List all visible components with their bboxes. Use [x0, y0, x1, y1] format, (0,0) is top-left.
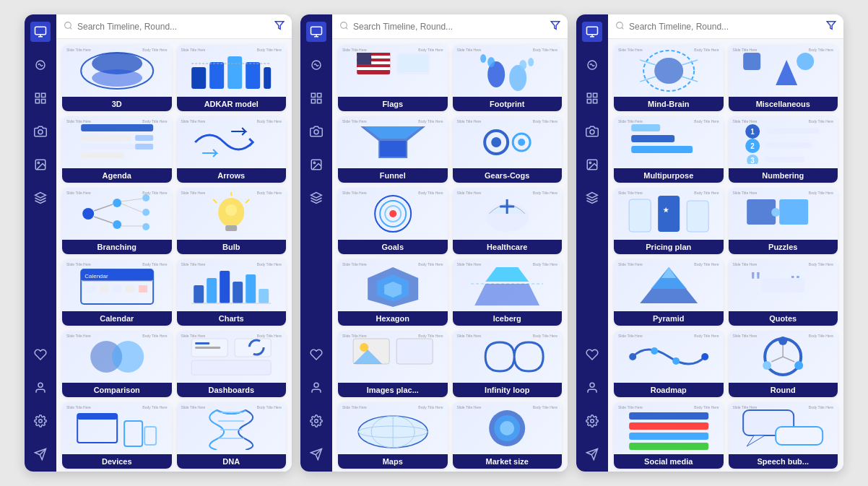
card-maps[interactable]: Slide Title HereBody Title HereMaps	[338, 402, 448, 469]
card-roadmap[interactable]: Slide Title HereBody Title HereRoadmap	[614, 331, 724, 397]
card-branching[interactable]: Slide Title HereBody Title HereBranching	[62, 188, 172, 254]
svg-rect-149	[396, 339, 433, 364]
sidebar-icon-camera[interactable]	[582, 121, 602, 142]
sidebar-icon-monitor[interactable]	[30, 22, 51, 42]
card-img-arrows: Slide Title HereBody Title Here	[177, 116, 287, 168]
card-charts[interactable]: Slide Title HereBody Title HereCharts	[177, 259, 287, 326]
slide-title-hint2: Body Title Here	[533, 405, 557, 409]
svg-rect-185	[743, 53, 760, 70]
card-speech[interactable]: Slide Title HereBody Title HereSpeech bu…	[729, 402, 838, 469]
sidebar-icon-send[interactable]	[306, 444, 326, 464]
card-adkar[interactable]: Slide Title HereBody Title HereADKAR mod…	[177, 45, 287, 111]
slide-title-hint: Slide Title Here	[342, 191, 367, 195]
sidebar-icon-layers[interactable]	[30, 188, 51, 208]
sidebar-icon-image[interactable]	[582, 155, 602, 175]
card-footprint[interactable]: Slide Title HereBody Title HereFootprint	[453, 45, 563, 111]
card-arrows[interactable]: Slide Title HereBody Title HereArrows	[177, 116, 287, 183]
sidebar-icon-camera[interactable]	[30, 121, 51, 142]
card-pricing[interactable]: ★Slide Title HereBody Title HerePricing …	[614, 188, 724, 254]
svg-rect-24	[227, 56, 242, 89]
sidebar-icon-image[interactable]	[306, 155, 326, 175]
filter-icon[interactable]	[550, 20, 560, 32]
card-round[interactable]: Slide Title HereBody Title HereRound	[729, 331, 838, 397]
card-label-pyramid: Pyramid	[614, 311, 724, 326]
card-3d[interactable]: Slide Title HereBody Title Here3D	[62, 45, 172, 111]
sidebar-icon-user[interactable]	[306, 378, 326, 398]
card-comparison[interactable]: Slide Title HereBody Title HereCompariso…	[62, 331, 172, 397]
svg-rect-165	[594, 93, 597, 97]
card-label-maps: Maps	[338, 454, 448, 469]
sidebar-icon-user[interactable]	[30, 378, 51, 398]
card-hexagon[interactable]: Slide Title HereBody Title HereHexagon	[338, 259, 448, 326]
card-dna[interactable]: Slide Title HereBody Title HereDNA	[177, 402, 287, 469]
card-flags[interactable]: Slide Title HereBody Title HereFlags	[338, 45, 448, 111]
sidebar-icon-settings[interactable]	[582, 411, 602, 431]
card-gears[interactable]: Slide Title HereBody Title HereGears-Cog…	[453, 116, 563, 183]
card-numbering[interactable]: 123Slide Title HereBody Title HereNumber…	[729, 116, 838, 183]
card-iceberg[interactable]: Slide Title HereBody Title HereIceberg	[453, 259, 563, 326]
card-pyramid[interactable]: Slide Title HereBody Title HerePyramid	[614, 259, 724, 326]
card-img-devices: Slide Title HereBody Title Here	[62, 402, 172, 454]
svg-rect-93	[311, 27, 322, 35]
sidebar-icon-grid[interactable]	[30, 88, 51, 108]
card-infinity[interactable]: Slide Title HereBody Title HereInfinity …	[453, 331, 563, 397]
card-multipurpose[interactable]: Slide Title HereBody Title HereMultipurp…	[614, 116, 724, 183]
sidebar-icon-send[interactable]	[30, 444, 51, 464]
svg-rect-198	[765, 142, 812, 148]
card-images[interactable]: Slide Title HereBody Title HereImages pl…	[338, 331, 448, 397]
card-healthcare[interactable]: Slide Title HereBody Title HereHealthcar…	[453, 188, 563, 254]
card-label-agenda: Agenda	[62, 168, 172, 183]
filter-icon[interactable]	[826, 20, 836, 32]
sidebar-icon-brain[interactable]	[582, 55, 602, 75]
svg-rect-226	[629, 433, 708, 440]
sidebar-icon-settings[interactable]	[30, 411, 51, 431]
filter-icon[interactable]	[274, 20, 285, 32]
card-calendar[interactable]: CalendarSlide Title HereBody Title HereC…	[62, 259, 172, 326]
card-devices[interactable]: Slide Title HereBody Title HereDevices	[62, 402, 172, 469]
svg-rect-76	[77, 414, 117, 420]
sidebar-icon-layers[interactable]	[582, 188, 602, 208]
sidebar-icon-monitor[interactable]	[306, 22, 326, 42]
card-social[interactable]: Slide Title HereBody Title HereSocial me…	[614, 402, 724, 469]
sidebar-icon-camera[interactable]	[306, 121, 326, 142]
slide-title-hint2: Body Title Here	[809, 191, 833, 195]
sidebar-icon-send[interactable]	[582, 444, 602, 464]
card-dashboards[interactable]: Slide Title HereBody Title HereDashboard…	[177, 331, 287, 397]
svg-point-220	[763, 361, 771, 370]
svg-rect-188	[631, 135, 674, 142]
search-input[interactable]	[629, 22, 822, 32]
sidebar-icon-layers[interactable]	[306, 188, 326, 208]
card-marketsize[interactable]: Slide Title HereBody Title HereMarket si…	[453, 402, 563, 469]
card-bulb[interactable]: Slide Title HereBody Title HereBulb	[177, 188, 287, 254]
card-img-dna: Slide Title HereBody Title Here	[177, 402, 287, 454]
card-img-misc: Slide Title HereBody Title Here	[729, 45, 838, 97]
sidebar-icon-grid[interactable]	[306, 88, 326, 108]
sidebar-icon-brain[interactable]	[306, 55, 326, 75]
svg-rect-7	[42, 100, 45, 103]
slide-title-hint: Slide Title Here	[733, 334, 758, 338]
sidebar-icon-settings[interactable]	[306, 411, 326, 431]
svg-point-8	[38, 130, 43, 134]
search-bar	[56, 14, 292, 39]
card-funnel[interactable]: Slide Title HereBody Title HereFunnel	[338, 116, 448, 183]
sidebar-icon-grid[interactable]	[582, 88, 602, 108]
card-img-flags: Slide Title HereBody Title Here	[338, 45, 448, 97]
sidebar-icon-heart[interactable]	[306, 344, 326, 365]
card-img-footprint: Slide Title HereBody Title Here	[453, 45, 563, 97]
sidebar-icon-heart[interactable]	[30, 344, 51, 365]
sidebar-icon-monitor[interactable]	[582, 22, 602, 42]
card-mind[interactable]: Slide Title HereBody Title HereMind-Brai…	[614, 45, 724, 111]
slide-title-hint: Slide Title Here	[342, 119, 367, 123]
card-img-charts: Slide Title HereBody Title Here	[177, 259, 287, 311]
card-misc[interactable]: Slide Title HereBody Title HereMiscellan…	[729, 45, 838, 111]
card-puzzles[interactable]: Slide Title HereBody Title HerePuzzles	[729, 188, 838, 254]
sidebar-icon-user[interactable]	[582, 378, 602, 398]
sidebar-icon-brain[interactable]	[30, 55, 51, 75]
sidebar-icon-heart[interactable]	[582, 344, 602, 365]
card-quotes[interactable]: ""Slide Title HereBody Title HereQuotes	[729, 259, 838, 326]
card-goals[interactable]: Slide Title HereBody Title HereGoals	[338, 188, 448, 254]
card-agenda[interactable]: Slide Title HereBody Title HereAgenda	[62, 116, 172, 183]
search-input[interactable]	[353, 22, 546, 32]
search-input[interactable]	[77, 22, 270, 32]
sidebar-icon-image[interactable]	[30, 155, 51, 175]
